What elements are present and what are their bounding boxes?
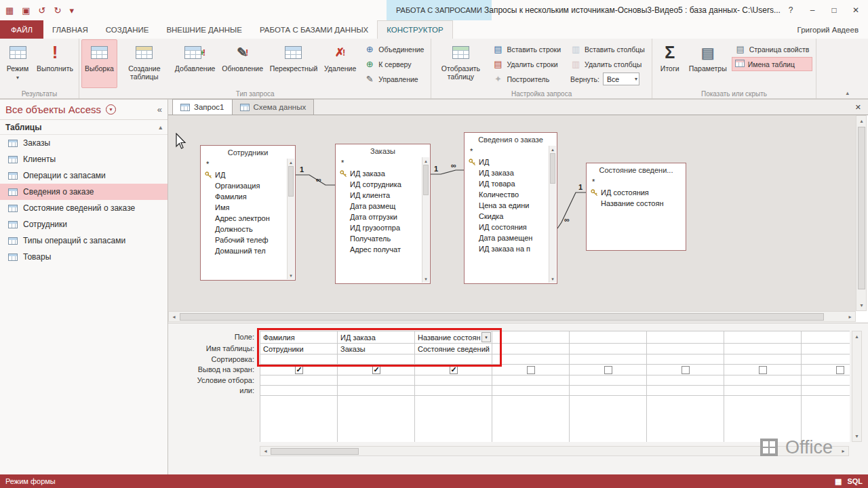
sidebar-item-order-details[interactable]: Сведения о заказе: [0, 184, 167, 200]
sort-cell[interactable]: [802, 354, 850, 365]
sort-cell[interactable]: [724, 354, 802, 365]
scroll-up-icon[interactable]: ▴: [288, 159, 294, 165]
shutter-bar-icon[interactable]: «: [157, 104, 162, 115]
field-item[interactable]: Название состоян: [591, 198, 683, 209]
scroll-up-icon[interactable]: ▴: [857, 117, 866, 125]
scrollbar-thumb[interactable]: [858, 127, 865, 289]
field-item[interactable]: Дата отгрузки: [340, 211, 422, 222]
table-scrollbar[interactable]: ▴▾: [287, 159, 294, 279]
nav-dropdown-icon[interactable]: ▾: [106, 104, 116, 115]
ribbon-button-show-table[interactable]: Отобразить таблицу: [433, 39, 488, 88]
scroll-down-icon[interactable]: ▾: [852, 432, 861, 441]
field-cell[interactable]: ИД заказа: [338, 331, 415, 344]
doc-tab-relationships[interactable]: Схема данных: [232, 99, 315, 115]
minimize-icon[interactable]: –: [803, 3, 822, 18]
table-cell[interactable]: Состояние сведений: [415, 344, 492, 354]
tab-create[interactable]: СОЗДАНИЕ: [97, 20, 158, 39]
table-scrollbar[interactable]: ▴▾: [549, 146, 556, 283]
sidebar-item-employees[interactable]: Сотрудники: [0, 216, 167, 232]
or-cell[interactable]: [802, 386, 850, 396]
show-checkbox[interactable]: [527, 366, 535, 374]
doc-tab-query1[interactable]: Запрос1: [172, 99, 233, 115]
field-all[interactable]: *: [340, 157, 422, 168]
show-cell[interactable]: [338, 365, 415, 375]
sidebar-item-stock-operation-types[interactable]: Типы операций с запасами: [0, 232, 167, 249]
criteria-cell[interactable]: [492, 375, 570, 386]
contextual-tab-header[interactable]: РАБОТА С ЗАПРОСАМИ: [387, 0, 492, 20]
close-icon[interactable]: ✕: [846, 3, 865, 18]
sort-cell[interactable]: [415, 354, 492, 365]
customize-quick-access-icon[interactable]: ▾: [69, 6, 74, 15]
field-item[interactable]: ИД клиента: [340, 190, 422, 201]
criteria-cell[interactable]: [647, 375, 724, 386]
field-item[interactable]: ИД заказа на п: [469, 243, 549, 254]
show-checkbox[interactable]: [295, 366, 303, 374]
collapse-ribbon-icon[interactable]: ▴: [846, 89, 849, 96]
field-item[interactable]: Должность: [205, 224, 287, 235]
nav-pane-header[interactable]: Все объекты Access ▾ «: [0, 100, 167, 120]
sort-cell[interactable]: [260, 354, 338, 365]
scroll-down-icon[interactable]: ▾: [422, 276, 429, 282]
or-cell[interactable]: [260, 386, 338, 396]
field-item[interactable]: Адрес получат: [340, 244, 422, 255]
scroll-right-icon[interactable]: ▸: [846, 312, 854, 321]
sidebar-item-order-details-status[interactable]: Состояние сведений о заказе: [0, 200, 167, 216]
help-icon[interactable]: ?: [781, 3, 800, 18]
diagram-table-orders[interactable]: Заказы*ИД заказаИД сотрудникаИД клиентаД…: [335, 144, 431, 284]
criteria-cell[interactable]: [415, 375, 492, 386]
grid-h-scrollbar[interactable]: ◂ ▸: [260, 446, 849, 456]
diagram-table-employees[interactable]: Сотрудники*ИДОрганизацияФамилияИмяАдрес …: [200, 145, 296, 281]
tab-file[interactable]: ФАЙЛ: [0, 20, 43, 39]
field-item[interactable]: ИД состояния: [469, 222, 549, 232]
field-item[interactable]: Количество: [469, 189, 549, 200]
field-all[interactable]: *: [591, 176, 683, 187]
field-cell[interactable]: [802, 331, 850, 344]
field-item[interactable]: ИД состояния: [591, 187, 683, 198]
canvas-v-scrollbar[interactable]: ▴ ▾: [856, 115, 867, 311]
scroll-down-icon[interactable]: ▾: [549, 276, 556, 282]
sidebar-item-orders[interactable]: Заказы: [0, 135, 167, 151]
ribbon-button-insert-columns[interactable]: ▥Вставить столбцы: [567, 42, 648, 56]
criteria-cell[interactable]: [338, 375, 415, 386]
datasheet-view-icon[interactable]: ▦: [835, 478, 842, 485]
criteria-cell[interactable]: [570, 375, 647, 386]
show-cell[interactable]: [802, 365, 850, 375]
table-cell[interactable]: [724, 344, 802, 354]
field-dropdown-icon[interactable]: ▾: [481, 332, 491, 342]
ribbon-button-mode[interactable]: Режим▾: [2, 39, 33, 88]
or-cell[interactable]: [647, 386, 724, 396]
field-item[interactable]: Скидка: [469, 211, 549, 222]
tab-database-tools[interactable]: РАБОТА С БАЗАМИ ДАННЫХ: [251, 20, 377, 39]
show-cell[interactable]: [492, 365, 570, 375]
show-cell[interactable]: [647, 365, 724, 375]
ribbon-button-totals[interactable]: ΣИтоги: [654, 39, 686, 88]
ribbon-button-builder[interactable]: ✦Построитель: [489, 72, 564, 86]
table-cell[interactable]: [492, 344, 570, 354]
field-cell[interactable]: [492, 331, 570, 344]
ribbon-button-crosstab[interactable]: Перекрестный: [267, 39, 321, 88]
canvas-h-scrollbar[interactable]: ◂ ▸: [168, 311, 856, 322]
field-item[interactable]: ИД заказа: [469, 167, 549, 178]
tab-external-data[interactable]: ВНЕШНИЕ ДАННЫЕ: [157, 20, 251, 39]
ribbon-button-delete-rows[interactable]: ▤Удалить строки: [489, 57, 564, 71]
field-all[interactable]: *: [205, 159, 287, 169]
show-cell[interactable]: [724, 365, 802, 375]
field-item[interactable]: Имя: [205, 202, 287, 213]
show-cell[interactable]: [570, 365, 647, 375]
sort-cell[interactable]: [338, 354, 415, 365]
diagram-table-order-status[interactable]: Состояние сведени...*ИД состоянияНазвани…: [586, 163, 686, 251]
field-cell[interactable]: [647, 331, 724, 344]
ribbon-button-update[interactable]: ✎!Обновление: [218, 39, 267, 88]
ribbon-button-parameters[interactable]: ▤Параметры: [686, 39, 730, 88]
sort-cell[interactable]: [647, 354, 724, 365]
close-document-icon[interactable]: ✕: [855, 103, 861, 112]
tab-design[interactable]: КОНСТРУКТОР: [377, 20, 452, 39]
field-cell[interactable]: [570, 331, 647, 344]
app-icon[interactable]: ▦: [5, 6, 14, 15]
ribbon-button-delete-columns[interactable]: ▥Удалить столбцы: [567, 57, 648, 71]
sql-view-icon[interactable]: SQL: [847, 478, 863, 485]
field-item[interactable]: ИД заказа: [340, 168, 422, 179]
or-cell[interactable]: [492, 386, 570, 396]
ribbon-button-select[interactable]: Выборка: [81, 39, 117, 88]
field-item[interactable]: ИД сотрудника: [340, 179, 422, 190]
